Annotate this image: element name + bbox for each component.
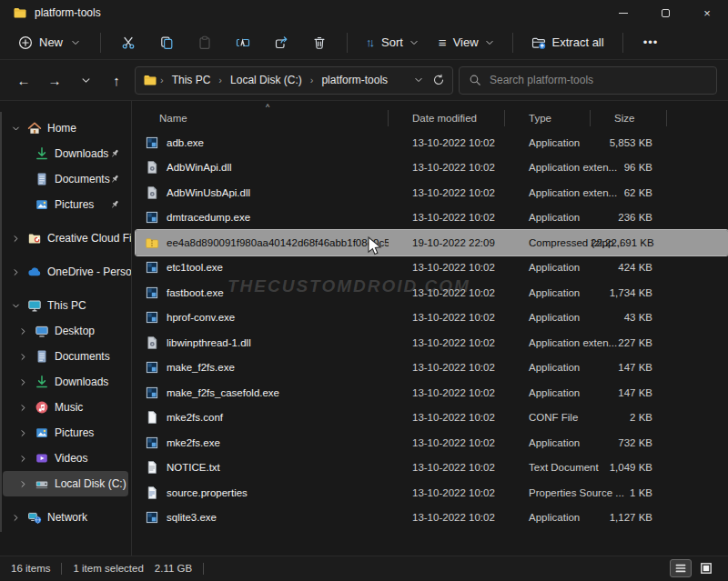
- file-row[interactable]: AdbWinUsbApi.dll 13-10-2022 10:02 Applic…: [136, 180, 728, 205]
- sidebar-item-icon: [35, 476, 49, 491]
- details-view-button[interactable]: [670, 559, 692, 577]
- large-icons-view-icon: [699, 561, 713, 576]
- expand-chevron-icon[interactable]: [17, 175, 29, 184]
- file-size: 147 KB: [591, 362, 667, 373]
- file-row[interactable]: AdbWinApi.dll 13-10-2022 10:02 Applicati…: [136, 155, 728, 181]
- sidebar-item[interactable]: Music: [3, 395, 128, 420]
- rename-button[interactable]: [225, 30, 261, 55]
- sort-button[interactable]: ↑↓ Sort: [357, 30, 428, 55]
- forward-button[interactable]: →: [42, 67, 67, 93]
- expand-chevron-icon[interactable]: [17, 429, 29, 437]
- sidebar-item[interactable]: Downloads: [3, 369, 128, 395]
- sidebar-item[interactable]: Pictures: [3, 192, 128, 217]
- expand-chevron-icon[interactable]: [10, 235, 22, 243]
- file-size: 424 KB: [591, 262, 667, 273]
- cut-button[interactable]: [110, 30, 147, 55]
- breadcrumb-item[interactable]: Local Disk (C:): [225, 71, 308, 89]
- sidebar-item[interactable]: Downloads: [3, 141, 128, 166]
- file-row[interactable]: NOTICE.txt 13-10-2022 10:02 Text Documen…: [136, 456, 728, 481]
- file-row[interactable]: make_f2fs.exe 13-10-2022 10:02 Applicati…: [136, 356, 728, 381]
- file-type-icon: [145, 235, 159, 250]
- file-row[interactable]: source.properties 13-10-2022 10:02 Prope…: [136, 480, 728, 506]
- maximize-button[interactable]: [644, 0, 686, 25]
- expand-chevron-icon[interactable]: [10, 268, 22, 276]
- column-header-size[interactable]: Size: [591, 106, 667, 130]
- sidebar-item-icon: [35, 349, 49, 364]
- more-options-button[interactable]: •••: [632, 30, 670, 55]
- back-button[interactable]: ←: [11, 67, 36, 93]
- file-row[interactable]: sqlite3.exe 13-10-2022 10:02 Application…: [136, 506, 728, 531]
- column-header-date-modified[interactable]: Date modified: [389, 106, 505, 130]
- sidebar-item[interactable]: Local Disk (C:): [3, 471, 128, 496]
- expand-chevron-icon[interactable]: [17, 201, 29, 209]
- breadcrumb-item[interactable]: platform-tools: [316, 71, 393, 89]
- expand-chevron-icon[interactable]: [17, 150, 29, 158]
- sidebar-item[interactable]: Creative Cloud Files: [3, 225, 128, 251]
- file-type-icon: [145, 336, 159, 350]
- file-row[interactable]: ee4a8d890091f980aa40142d68f46abb1f08e0c5…: [136, 230, 728, 255]
- extract-all-button[interactable]: Extract all: [522, 30, 613, 55]
- toolbar-divider: [100, 33, 101, 53]
- file-row[interactable]: dmtracedump.exe 13-10-2022 10:02 Applica…: [136, 205, 728, 231]
- search-icon: [469, 74, 481, 86]
- sidebar-item[interactable]: This PC: [3, 293, 128, 318]
- sidebar-item[interactable]: Documents: [3, 166, 128, 192]
- file-type: Application: [505, 362, 591, 373]
- recent-locations-button[interactable]: [73, 67, 98, 93]
- chevron-down-icon[interactable]: [414, 75, 423, 85]
- column-header-type[interactable]: Type: [505, 106, 591, 130]
- file-name: ee4a8d890091f980aa40142d68f46abb1f08e0c5…: [167, 237, 389, 248]
- close-button[interactable]: ×: [686, 0, 728, 25]
- expand-chevron-icon[interactable]: [17, 327, 29, 336]
- file-row[interactable]: libwinpthread-1.dll 13-10-2022 10:02 App…: [136, 330, 728, 356]
- share-button[interactable]: [263, 30, 299, 55]
- new-button[interactable]: New: [9, 30, 91, 55]
- sidebar-item[interactable]: OneDrive - Personal: [3, 259, 128, 285]
- expand-chevron-icon[interactable]: [10, 514, 22, 522]
- file-name: hprof-conv.exe: [167, 312, 235, 323]
- expand-chevron-icon[interactable]: [17, 480, 29, 488]
- file-row[interactable]: fastboot.exe 13-10-2022 10:02 Applicatio…: [136, 280, 728, 306]
- expand-chevron-icon[interactable]: [17, 404, 29, 412]
- expand-chevron-icon[interactable]: [17, 378, 29, 386]
- sidebar-item-icon: [27, 265, 42, 279]
- delete-button[interactable]: [301, 30, 338, 55]
- sidebar-item[interactable]: Home: [3, 115, 128, 141]
- column-header-name[interactable]: Name: [136, 106, 389, 130]
- refresh-icon[interactable]: [432, 74, 445, 86]
- view-button[interactable]: ≡ View: [430, 29, 503, 55]
- chevron-down-icon: [81, 75, 91, 85]
- expand-chevron-icon[interactable]: [17, 353, 29, 361]
- up-button[interactable]: ↑: [104, 67, 129, 93]
- expand-chevron-icon[interactable]: [10, 302, 22, 310]
- breadcrumb[interactable]: ›This PC›Local Disk (C:)›platform-tools: [135, 66, 453, 95]
- chevron-down-icon: [69, 38, 82, 47]
- sidebar-item[interactable]: Network: [3, 505, 128, 530]
- copy-button[interactable]: [148, 30, 185, 55]
- sidebar-item[interactable]: Pictures: [3, 420, 128, 446]
- expand-chevron-icon[interactable]: [17, 455, 29, 463]
- file-row[interactable]: make_f2fs_casefold.exe 13-10-2022 10:02 …: [136, 380, 728, 406]
- toolbar-divider: [622, 33, 623, 53]
- file-row[interactable]: mke2fs.exe 13-10-2022 10:02 Application …: [136, 430, 728, 456]
- extract-all-label: Extract all: [552, 35, 604, 49]
- minimize-button[interactable]: [602, 0, 644, 25]
- sidebar-item-label: OneDrive - Personal: [47, 265, 132, 278]
- file-row[interactable]: hprof-conv.exe 13-10-2022 10:02 Applicat…: [136, 306, 728, 331]
- file-row[interactable]: mke2fs.conf 13-10-2022 10:02 CONF File 2…: [136, 406, 728, 431]
- file-size: 147 KB: [591, 387, 667, 398]
- sidebar-item[interactable]: Documents: [3, 344, 128, 369]
- breadcrumb-separator: ›: [217, 75, 223, 85]
- search-input[interactable]: [490, 74, 707, 86]
- file-row[interactable]: adb.exe 13-10-2022 10:02 Application 5,8…: [136, 130, 728, 155]
- sidebar-item[interactable]: Videos: [3, 446, 128, 471]
- paste-button[interactable]: [187, 30, 223, 55]
- sidebar-item[interactable]: Desktop: [3, 318, 128, 344]
- file-row[interactable]: etc1tool.exe 13-10-2022 10:02 Applicatio…: [136, 255, 728, 281]
- breadcrumb-item[interactable]: This PC: [167, 71, 217, 89]
- large-icons-view-button[interactable]: [695, 559, 717, 577]
- sidebar-item-icon: [35, 400, 49, 415]
- expand-chevron-icon[interactable]: [10, 125, 22, 133]
- sidebar-scrollbar[interactable]: [0, 112, 2, 532]
- plus-circle-icon: [18, 35, 33, 50]
